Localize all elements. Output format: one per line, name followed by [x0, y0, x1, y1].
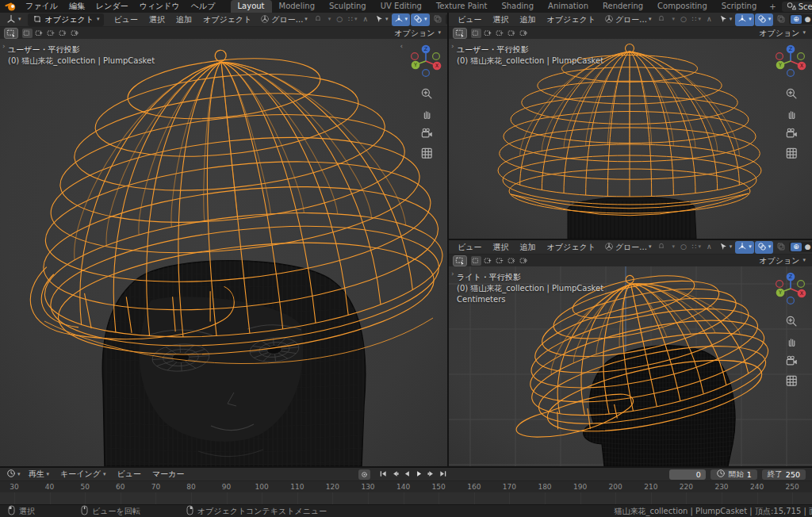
zoom-button[interactable]	[783, 314, 798, 328]
editor-type-button[interactable]: ▾	[3, 13, 24, 26]
workspace-tab-texture-paint[interactable]: Texture Paint	[429, 0, 495, 13]
proportional-editing-toggle[interactable]: ○	[334, 15, 345, 24]
shading-solid-button[interactable]: ●	[802, 15, 812, 24]
snap-dropdown[interactable]: ▾	[669, 16, 677, 23]
ortho-toggle-button[interactable]	[783, 146, 798, 160]
navigation-gizmo[interactable]: ZXY	[408, 43, 444, 81]
show-overlays-toggle[interactable]: ▾	[755, 13, 774, 26]
select-mode-intersect[interactable]	[519, 256, 529, 266]
proportional-objects-dropdown[interactable]: ∷▾	[346, 15, 359, 24]
play-reverse-button[interactable]	[401, 469, 412, 480]
workspace-tab-compositing[interactable]: Compositing	[650, 0, 714, 13]
pan-button[interactable]	[783, 334, 798, 348]
snap-toggle[interactable]	[654, 13, 668, 26]
workspace-tab-modeling[interactable]: Modeling	[272, 0, 323, 13]
play-button[interactable]	[413, 469, 424, 480]
auto-keying-toggle[interactable]	[358, 469, 370, 480]
select-mode-subtract[interactable]	[495, 29, 505, 38]
shading-wireframe-button[interactable]: ⊕	[791, 243, 802, 251]
viewport-menu-0[interactable]: ビュー	[108, 13, 143, 26]
select-mode-intersect[interactable]	[70, 29, 80, 38]
scene-selector[interactable]: Scene	[782, 2, 812, 12]
proportional-objects-dropdown[interactable]: ∷▾	[690, 15, 703, 24]
viewport-menu-2[interactable]: 追加	[514, 241, 541, 254]
viewport-menu-2[interactable]: 追加	[514, 13, 541, 26]
pan-button[interactable]	[783, 106, 798, 121]
falloff-button[interactable]: ∧	[360, 15, 370, 24]
select-mode-extend[interactable]	[483, 29, 493, 38]
options-dropdown[interactable]: オプション▾	[756, 255, 808, 267]
view-object-types-dropdown[interactable]: ▾	[716, 13, 735, 26]
frame-start-field[interactable]: 開始 1	[710, 469, 757, 480]
viewport-menu-0[interactable]: ビュー	[452, 13, 487, 26]
timeline-menu-1[interactable]: キーイング▾	[55, 468, 111, 481]
jump-to-end-button[interactable]	[437, 469, 448, 480]
select-mode-intersect[interactable]	[519, 29, 529, 38]
topbar-menu-4[interactable]: ヘルプ	[186, 0, 221, 13]
timeline-track[interactable]	[0, 492, 812, 504]
shading-solid-button[interactable]: ●	[802, 243, 812, 251]
viewport-menu-0[interactable]: ビュー	[452, 241, 487, 254]
viewport-canvas[interactable]	[449, 39, 812, 239]
viewport-menu-3[interactable]: オブジェクト	[197, 13, 257, 26]
active-tool-box-select[interactable]	[453, 255, 467, 266]
select-mode-extend[interactable]	[34, 29, 44, 38]
viewport-menu-1[interactable]: 選択	[144, 13, 170, 26]
workspace-tab-scripting[interactable]: Scripting	[714, 0, 764, 13]
workspace-tab-rendering[interactable]: Rendering	[596, 0, 650, 13]
viewport-canvas[interactable]	[0, 39, 447, 466]
falloff-button[interactable]: ∧	[704, 243, 714, 251]
workspace-tab-animation[interactable]: Animation	[541, 0, 596, 13]
workspace-tab-uv-editing[interactable]: UV Editing	[373, 0, 429, 13]
topbar-menu-1[interactable]: 編集	[63, 0, 90, 13]
ortho-toggle-button[interactable]	[783, 373, 798, 388]
select-mode-set[interactable]	[471, 29, 481, 38]
toolbar-expand-icon[interactable]: ›	[451, 270, 454, 278]
next-keyframe-button[interactable]	[425, 469, 436, 480]
falloff-button[interactable]: ∧	[704, 15, 714, 24]
select-mode-subtract[interactable]	[495, 256, 505, 266]
camera-view-button[interactable]	[419, 126, 433, 140]
show-gizmo-toggle[interactable]: ▾	[735, 241, 754, 254]
viewport-top-right[interactable]: ビュー選択追加オブジェクトグロー...▾▾○∷▾∧▾▾▾⊕●◐◑▾ オプション▾…	[449, 13, 812, 239]
timeline-menu-0[interactable]: 再生▾	[23, 468, 56, 481]
add-workspace-button[interactable]: +	[764, 1, 781, 13]
timeline-menu-2[interactable]: ビュー	[111, 468, 146, 481]
show-gizmo-toggle[interactable]: ▾	[392, 13, 411, 26]
select-mode-extend[interactable]	[483, 256, 493, 266]
viewport-menu-1[interactable]: 選択	[487, 13, 514, 26]
camera-view-button[interactable]	[783, 126, 798, 140]
toolbar-expand-icon[interactable]: ›	[2, 43, 6, 50]
sidebar-expand-icon[interactable]: ‹	[400, 43, 403, 50]
workspace-tab-layout[interactable]: Layout	[231, 0, 272, 13]
pan-button[interactable]	[419, 106, 433, 121]
select-mode-set[interactable]	[22, 29, 33, 38]
proportional-editing-toggle[interactable]: ○	[678, 15, 689, 24]
navigation-gizmo[interactable]: ZXY	[772, 43, 809, 81]
navigation-gizmo[interactable]: ZXY	[772, 270, 809, 308]
options-dropdown[interactable]: オプション▾	[756, 27, 808, 40]
shading-wireframe-button[interactable]: ⊕	[791, 15, 802, 24]
blender-logo-icon[interactable]	[5, 1, 17, 12]
transform-orientation-dropdown[interactable]: グロー...▾	[602, 241, 654, 254]
select-mode-invert[interactable]	[507, 29, 517, 38]
frame-end-field[interactable]: 終了 250	[762, 469, 806, 480]
mode-selector[interactable]: オブジェクト▾	[28, 13, 105, 26]
active-tool-box-select[interactable]	[4, 28, 18, 39]
select-mode-set[interactable]	[471, 256, 481, 266]
toggle-xray-button[interactable]	[774, 241, 788, 254]
active-tool-box-select[interactable]	[453, 28, 467, 39]
snap-dropdown[interactable]: ▾	[669, 243, 677, 251]
zoom-button[interactable]	[783, 86, 798, 101]
view-object-types-dropdown[interactable]: ▾	[716, 241, 735, 254]
editor-type-button[interactable]: ▾	[4, 468, 23, 481]
topbar-menu-2[interactable]: レンダー	[90, 0, 134, 13]
zoom-button[interactable]	[419, 86, 433, 101]
ortho-toggle-button[interactable]	[419, 146, 433, 160]
viewport-bottom-right[interactable]: ビュー選択追加オブジェクトグロー...▾▾○∷▾∧▾▾▾⊕●◐◑▾ オプション▾…	[449, 240, 812, 466]
viewport-menu-3[interactable]: オブジェクト	[541, 13, 600, 26]
select-mode-invert[interactable]	[58, 29, 68, 38]
proportional-objects-dropdown[interactable]: ∷▾	[690, 243, 703, 251]
select-mode-invert[interactable]	[507, 256, 517, 266]
topbar-menu-0[interactable]: ファイル	[20, 0, 63, 13]
